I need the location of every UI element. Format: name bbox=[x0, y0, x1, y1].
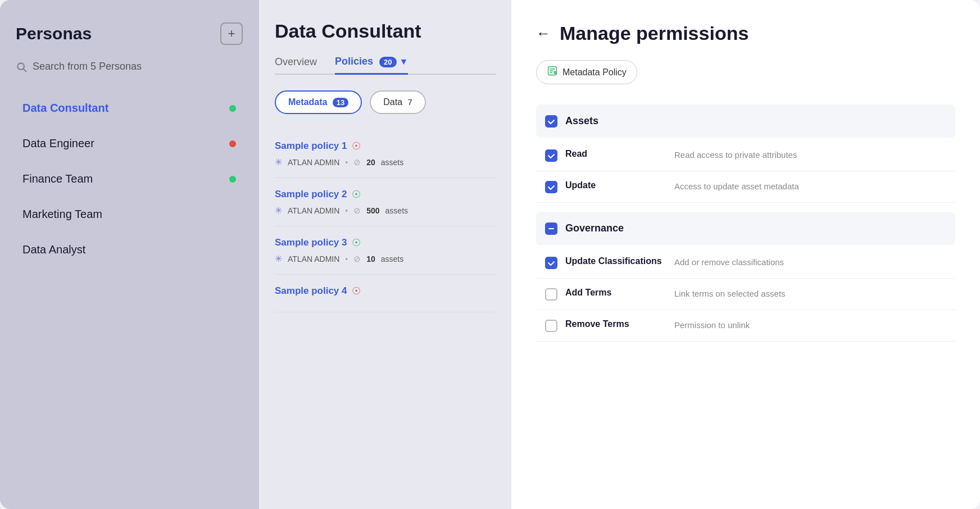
category-governance-label: Governance bbox=[565, 222, 624, 234]
perm-remove-terms-label: Remove Terms bbox=[565, 319, 666, 329]
perm-read-row: Read Read access to private attributes bbox=[536, 140, 955, 171]
governance-checkbox[interactable] bbox=[545, 222, 557, 235]
shield-icon: ☉ bbox=[352, 188, 361, 201]
category-governance-row[interactable]: Governance bbox=[536, 212, 955, 245]
check-icon bbox=[547, 117, 555, 125]
persona-status-dot bbox=[229, 176, 236, 183]
persona-label: Data Engineer bbox=[22, 137, 94, 150]
policy-count: 500 bbox=[366, 206, 379, 215]
persona-list: Data Consultant Data Engineer Finance Te… bbox=[16, 90, 243, 267]
sidebar-item-data-analyst[interactable]: Data Analyst bbox=[16, 232, 243, 267]
search-icon bbox=[16, 61, 27, 72]
assets-icon: ⊘ bbox=[353, 206, 361, 216]
update-checkbox[interactable] bbox=[545, 181, 557, 193]
persona-label: Finance Team bbox=[22, 172, 93, 185]
persona-status-dot bbox=[229, 140, 236, 147]
policy-meta-row: ✳ ATLAN ADMIN • ⊘ 500 assets bbox=[275, 205, 496, 216]
category-assets-row[interactable]: Assets bbox=[536, 104, 955, 138]
sidebar-item-data-engineer[interactable]: Data Engineer bbox=[16, 126, 243, 161]
tab-policies-chevron[interactable]: ▼ bbox=[400, 57, 409, 66]
policy-item[interactable]: Sample policy 4 ☉ bbox=[275, 275, 496, 312]
add-persona-button[interactable]: + bbox=[220, 22, 243, 45]
perm-update-desc: Access to update asset metadata bbox=[674, 180, 946, 193]
policy-meta-row: ✳ ATLAN ADMIN • ⊘ 10 assets bbox=[275, 253, 496, 264]
update-classifications-checkbox[interactable] bbox=[545, 257, 557, 269]
shield-icon: ☉ bbox=[352, 285, 361, 297]
page-title: Data Consultant bbox=[275, 20, 496, 42]
snowflake-icon: ✳ bbox=[275, 253, 282, 264]
tab-overview[interactable]: Overview bbox=[275, 56, 317, 74]
persona-status-dot bbox=[229, 105, 236, 112]
filter-data-button[interactable]: Data 7 bbox=[370, 90, 426, 114]
shield-icon: ☉ bbox=[352, 237, 361, 249]
snowflake-icon: ✳ bbox=[275, 205, 282, 216]
svg-rect-4 bbox=[548, 228, 554, 229]
perm-remove-terms-desc: Permission to unlink bbox=[674, 319, 946, 332]
read-checkbox[interactable] bbox=[545, 149, 557, 162]
policy-item[interactable]: Sample policy 3 ☉ ✳ ATLAN ADMIN • ⊘ 10 a… bbox=[275, 226, 496, 275]
policy-admin: ATLAN ADMIN bbox=[288, 254, 339, 263]
perm-read-desc: Read access to private attributes bbox=[674, 149, 946, 162]
policy-icon-svg bbox=[547, 65, 558, 76]
tab-policies[interactable]: Policies 20 ▼ bbox=[335, 56, 408, 75]
assets-icon: ⊘ bbox=[353, 254, 361, 264]
add-terms-checkbox[interactable] bbox=[545, 288, 557, 301]
persona-label: Marketing Team bbox=[22, 208, 102, 221]
policy-item[interactable]: Sample policy 1 ☉ ✳ ATLAN ADMIN • ⊘ 20 a… bbox=[275, 130, 496, 178]
policy-meta-row: ✳ ATLAN ADMIN • ⊘ 20 assets bbox=[275, 157, 496, 167]
sidebar-item-data-consultant[interactable]: Data Consultant bbox=[16, 90, 243, 126]
policy-admin: ATLAN ADMIN bbox=[288, 158, 339, 167]
remove-terms-checkbox[interactable] bbox=[545, 320, 557, 332]
assets-checkbox[interactable] bbox=[545, 115, 557, 128]
policy-name: Sample policy 1 bbox=[275, 140, 347, 152]
policy-name: Sample policy 3 bbox=[275, 237, 347, 248]
permissions-section: Assets Read Read access to private attri… bbox=[536, 104, 955, 342]
assets-icon: ⊘ bbox=[353, 157, 361, 167]
policy-name-row: Sample policy 2 ☉ bbox=[275, 188, 496, 201]
perm-update-classifications-desc: Add or remove classifications bbox=[674, 256, 946, 269]
policy-assets-label: assets bbox=[385, 206, 408, 215]
perm-add-terms-label: Add Terms bbox=[565, 288, 666, 298]
tab-overview-label: Overview bbox=[275, 56, 317, 67]
policy-count: 10 bbox=[366, 254, 375, 263]
back-button[interactable]: ← bbox=[536, 25, 551, 42]
tab-policies-label: Policies bbox=[335, 56, 373, 67]
personas-search-row[interactable]: Search from 5 Personas bbox=[16, 61, 243, 72]
filter-metadata-button[interactable]: Metadata 13 bbox=[275, 90, 362, 114]
policy-name-row: Sample policy 1 ☉ bbox=[275, 140, 496, 152]
perm-add-terms-row: Add Terms Link terms on selected assets bbox=[536, 279, 955, 310]
sidebar-item-finance-team[interactable]: Finance Team bbox=[16, 161, 243, 197]
manage-permissions-title: Manage permissions bbox=[560, 22, 748, 44]
sidebar-item-marketing-team[interactable]: Marketing Team bbox=[16, 197, 243, 232]
middle-panel: Data Consultant Overview Policies 20 ▼ M… bbox=[258, 0, 511, 509]
policy-item[interactable]: Sample policy 2 ☉ ✳ ATLAN ADMIN • ⊘ 500 … bbox=[275, 178, 496, 226]
category-assets-label: Assets bbox=[565, 115, 598, 127]
persona-label: Data Consultant bbox=[22, 102, 108, 115]
tab-policies-badge: 20 bbox=[379, 57, 396, 67]
check-icon bbox=[547, 183, 555, 191]
minus-icon bbox=[547, 225, 555, 233]
metadata-badge: 13 bbox=[333, 98, 348, 107]
tabs-row: Overview Policies 20 ▼ bbox=[275, 56, 496, 75]
svg-line-1 bbox=[24, 69, 26, 71]
metadata-policy-badge[interactable]: Metadata Policy bbox=[536, 60, 637, 84]
check-icon bbox=[547, 152, 555, 160]
metadata-policy-icon bbox=[547, 65, 558, 79]
data-badge: 7 bbox=[408, 97, 412, 107]
personas-search-placeholder: Search from 5 Personas bbox=[33, 61, 142, 72]
policy-assets-label: assets bbox=[381, 158, 403, 167]
policy-assets-label: assets bbox=[381, 254, 403, 263]
manage-permissions-header: ← Manage permissions bbox=[536, 22, 955, 44]
policy-name-row: Sample policy 3 ☉ bbox=[275, 237, 496, 249]
policy-admin: ATLAN ADMIN bbox=[288, 206, 339, 215]
perm-update-classifications-row: Update Classifications Add or remove cla… bbox=[536, 247, 955, 279]
metadata-policy-label: Metadata Policy bbox=[562, 67, 627, 78]
perm-remove-terms-row: Remove Terms Permission to unlink bbox=[536, 310, 955, 342]
perm-read-label: Read bbox=[565, 149, 666, 159]
perm-add-terms-desc: Link terms on selected assets bbox=[674, 288, 946, 301]
policy-name: Sample policy 4 bbox=[275, 285, 347, 297]
personas-header: Personas + bbox=[16, 22, 243, 45]
personas-panel: Personas + Search from 5 Personas Data C… bbox=[0, 0, 258, 509]
shield-icon: ☉ bbox=[352, 140, 361, 152]
policy-count: 20 bbox=[366, 158, 375, 167]
